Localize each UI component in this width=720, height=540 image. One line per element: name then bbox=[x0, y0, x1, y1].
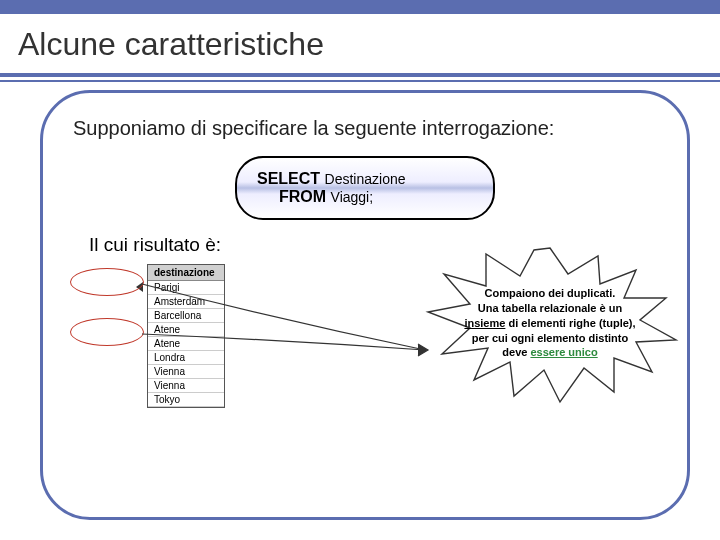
slide-title: Alcune caratteristiche bbox=[0, 14, 720, 73]
connector-arrow bbox=[140, 280, 430, 400]
callout-starburst: Compaiono dei duplicati. Una tabella rel… bbox=[420, 246, 680, 406]
sql-query-box: SELECT Destinazione FROM Viaggi; bbox=[235, 156, 495, 220]
sql-from-arg: Viaggi; bbox=[331, 189, 374, 205]
sql-from-kw: FROM bbox=[279, 188, 326, 205]
callout-text: Compaiono dei duplicati. Una tabella rel… bbox=[450, 286, 650, 360]
sql-select-kw: SELECT bbox=[257, 170, 320, 187]
intro-text: Supponiamo di specificare la seguente in… bbox=[73, 117, 657, 140]
table-header: destinazione bbox=[148, 265, 224, 281]
sql-select-arg: Destinazione bbox=[325, 171, 406, 187]
